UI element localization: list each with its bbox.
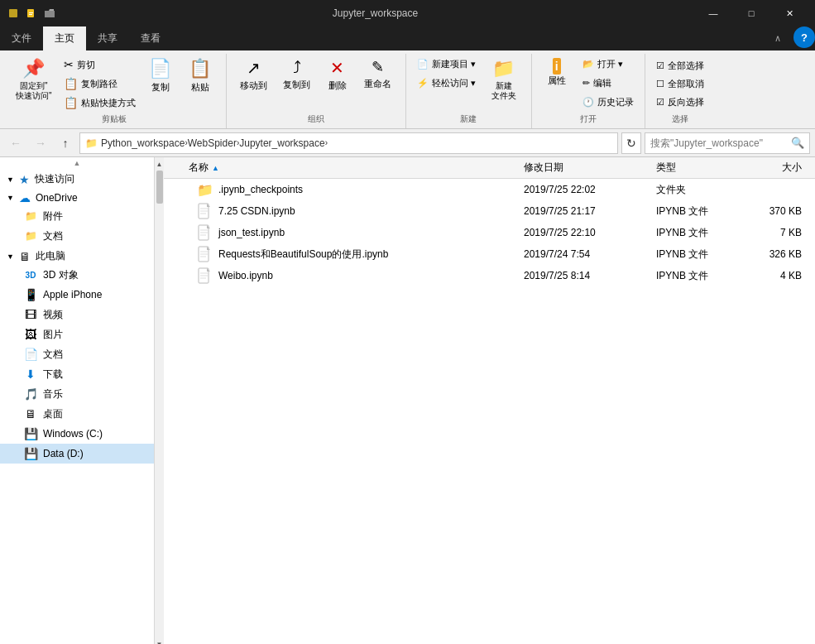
- sidebar-item-image[interactable]: 🖼 图片: [0, 324, 154, 344]
- image-label: 图片: [43, 328, 63, 342]
- title-bar: Jupyter_workspace — □ ✕: [0, 0, 815, 26]
- col-header-type[interactable]: 类型: [650, 161, 749, 175]
- up-button[interactable]: ↑: [55, 132, 76, 154]
- sidebar-item-video[interactable]: 🎞 视频: [0, 305, 154, 324]
- minimize-button[interactable]: —: [694, 0, 732, 26]
- sidebar-item-3d[interactable]: 3D 3D 对象: [0, 265, 154, 285]
- sidebar-item-apple-iphone[interactable]: 📱 Apple iPhone: [0, 285, 154, 305]
- col-header-date[interactable]: 修改日期: [517, 161, 650, 175]
- help-button[interactable]: ?: [793, 26, 815, 48]
- ribbon-collapse-btn[interactable]: ∧: [772, 33, 784, 45]
- search-icon[interactable]: 🔍: [791, 137, 804, 149]
- file-name: Weibo.ipynb: [218, 270, 273, 281]
- pin-quickaccess-button[interactable]: 📌 固定到"快速访问": [10, 54, 58, 105]
- col-type-label: 类型: [656, 161, 676, 173]
- open-file-button[interactable]: 📂 打开 ▾: [578, 55, 638, 73]
- folder-path-icon: 📁: [85, 137, 98, 149]
- folder-icon: 📁: [197, 181, 213, 198]
- sidebar-item-download[interactable]: ⬇ 下载: [0, 364, 154, 384]
- video-label: 视频: [43, 308, 63, 322]
- sidebar-thispc-header[interactable]: ▼ 🖥 此电脑: [0, 246, 154, 265]
- sidebar-scroll-thumb[interactable]: [156, 171, 163, 204]
- path-segment-1[interactable]: Python_workspace: [101, 137, 185, 149]
- sidebar-item-music[interactable]: 🎵 音乐: [0, 384, 154, 404]
- copy-path-button[interactable]: 📋 复制路径: [60, 74, 140, 93]
- refresh-button[interactable]: ↻: [621, 132, 641, 154]
- file-row[interactable]: Requests和BeautifulSoup的使用.ipynb 2019/7/2…: [164, 243, 815, 265]
- delete-button[interactable]: ✕ 删除: [319, 54, 356, 96]
- file-name: Requests和BeautifulSoup的使用.ipynb: [218, 248, 388, 262]
- invert-label: 反向选择: [668, 96, 704, 108]
- new-folder-button[interactable]: 📁 新建文件夹: [483, 54, 525, 105]
- sidebar-item-desktop[interactable]: 🖥 桌面: [0, 404, 154, 424]
- sidebar-scroll-down[interactable]: ▼: [155, 637, 165, 644]
- properties-button[interactable]: i 属性: [539, 54, 575, 91]
- paste-button[interactable]: 📋 粘贴: [181, 54, 219, 98]
- search-input[interactable]: [650, 137, 791, 149]
- sidebar-item-fujian[interactable]: 📁 附件: [0, 206, 154, 226]
- sidebar-quickaccess-header[interactable]: ▼ ★ 快速访问: [0, 169, 154, 188]
- edit-button[interactable]: ✏ 编辑: [578, 74, 638, 92]
- select-all-button[interactable]: ☑ 全部选择: [652, 57, 708, 74]
- video-icon: 🎞: [23, 307, 38, 322]
- open-file-icon: 📂: [582, 59, 594, 70]
- move-icon: ↗: [247, 58, 261, 78]
- sidebar-item-wendang-od[interactable]: 📁 文档: [0, 226, 154, 246]
- tab-share[interactable]: 共享: [86, 26, 129, 50]
- col-header-size[interactable]: 大小: [749, 161, 815, 175]
- invert-select-button[interactable]: ☑ 反向选择: [652, 94, 708, 111]
- file-row[interactable]: 7.25 CSDN.ipynb 2019/7/25 21:17 IPYNB 文件…: [164, 200, 815, 222]
- file-name: .ipynb_checkpoints: [218, 184, 303, 195]
- maximize-button[interactable]: □: [732, 0, 770, 26]
- move-to-button[interactable]: ↗ 移动到: [233, 54, 275, 96]
- 3d-label: 3D 对象: [43, 268, 79, 282]
- address-path[interactable]: 📁 Python_workspace › WebSpider › Jupyter…: [79, 132, 618, 154]
- new-item-button[interactable]: 📄 新建项目 ▾: [413, 55, 480, 73]
- ribbon-group-organize: ↗ 移动到 ⤴ 复制到 ✕ 删除 ✎ 重命名 组织: [227, 54, 406, 128]
- address-bar: ← → ↑ 📁 Python_workspace › WebSpider › J…: [0, 129, 815, 157]
- clipboard-buttons: 📌 固定到"快速访问" ✂ 剪切 📋 复制路径 📋 粘贴快捷方式: [10, 54, 219, 112]
- file-name: json_test.ipynb: [218, 227, 285, 238]
- paste-shortcut-label: 粘贴快捷方式: [81, 97, 136, 109]
- history-label: 历史记录: [597, 96, 634, 108]
- iphone-label: Apple iPhone: [43, 289, 102, 300]
- history-button[interactable]: 🕐 历史记录: [578, 94, 638, 111]
- file-date: 2019/7/25 22:02: [517, 184, 650, 195]
- select-all-icon: ☑: [656, 60, 664, 71]
- new-label: 新建: [460, 112, 477, 125]
- sidebar-onedrive-header[interactable]: ▼ ☁ OneDrive: [0, 188, 154, 206]
- tab-view[interactable]: 查看: [129, 26, 172, 50]
- copy-to-button[interactable]: ⤴ 复制到: [276, 54, 318, 95]
- tab-file[interactable]: 文件: [0, 26, 43, 50]
- select-none-button[interactable]: ☐ 全部取消: [652, 75, 708, 93]
- path-segment-2[interactable]: WebSpider: [188, 137, 237, 149]
- svg-rect-3: [29, 14, 32, 15]
- sidebar-item-windows-c[interactable]: 💾 Windows (C:): [0, 424, 154, 444]
- sidebar-item-document[interactable]: 📄 文档: [0, 344, 154, 364]
- file-row[interactable]: json_test.ipynb 2019/7/25 22:10 IPYNB 文件…: [164, 222, 815, 243]
- file-name: 7.25 CSDN.ipynb: [218, 205, 295, 217]
- easy-access-button[interactable]: ⚡ 轻松访问 ▾: [413, 74, 480, 92]
- file-row[interactable]: 📁 .ipynb_checkpoints 2019/7/25 22:02 文件夹: [164, 179, 815, 200]
- file-name-cell: 7.25 CSDN.ipynb: [164, 203, 517, 219]
- col-header-name[interactable]: 名称 ▲: [164, 161, 517, 175]
- new-folder-icon: 📁: [492, 58, 515, 79]
- col-date-label: 修改日期: [524, 161, 563, 173]
- tab-home[interactable]: 主页: [43, 26, 86, 50]
- download-label: 下载: [43, 368, 63, 382]
- copy-icon: 📄: [149, 58, 171, 79]
- pin-icon: 📌: [22, 58, 45, 79]
- copy-button[interactable]: 📄 复制: [141, 54, 180, 98]
- ribbon-group-clipboard: 📌 固定到"快速访问" ✂ 剪切 📋 复制路径 📋 粘贴快捷方式: [3, 54, 227, 128]
- path-segment-3[interactable]: Jupyter_workspace: [239, 137, 324, 149]
- sidebar-item-data-d[interactable]: 💾 Data (D:): [0, 444, 154, 464]
- file-row[interactable]: Weibo.ipynb 2019/7/25 8:14 IPYNB 文件 4 KB: [164, 265, 815, 286]
- thispc-icon: 🖥: [19, 250, 31, 263]
- copy-label: 复制: [151, 81, 170, 94]
- rename-button[interactable]: ✎ 重命名: [357, 54, 399, 94]
- sidebar-scroll-up[interactable]: ▲: [155, 157, 165, 171]
- paste-shortcut-button[interactable]: 📋 粘贴快捷方式: [60, 94, 140, 112]
- close-button[interactable]: ✕: [770, 0, 808, 26]
- properties-label: 属性: [548, 74, 566, 87]
- cut-button[interactable]: ✂ 剪切: [60, 55, 140, 74]
